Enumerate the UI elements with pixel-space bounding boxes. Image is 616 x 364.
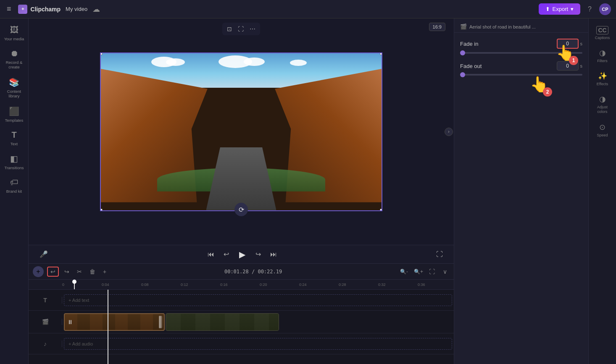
resize-handle-tl[interactable] xyxy=(100,52,103,55)
video-track-icon: 🎬 xyxy=(42,319,49,325)
far-right-panel: CC Captions ◑ Filters ✨ Effects ◑ Adjust… xyxy=(588,18,616,364)
video-clip-2[interactable] xyxy=(166,313,279,331)
fade-in-slider-thumb[interactable] xyxy=(460,50,465,55)
more-options-button[interactable]: ⋯ xyxy=(247,24,258,34)
fade-out-unit: s xyxy=(580,63,583,68)
fade-in-input-wrap: s xyxy=(557,39,583,49)
sync-icon-btn[interactable]: ⟳ xyxy=(234,203,248,216)
help-button[interactable]: ? xyxy=(585,4,594,15)
fade-out-input-wrap: s xyxy=(557,61,583,71)
cloud-sync-icon: ☁ xyxy=(92,5,100,14)
fade-section: Fade in s Fade out s xyxy=(454,33,588,364)
undo-button[interactable]: ↩ xyxy=(47,267,59,277)
video-title[interactable]: My video xyxy=(66,6,87,12)
fast-forward-button[interactable]: ↪ xyxy=(253,249,263,260)
cut-button[interactable]: ✂ xyxy=(75,267,84,276)
cloud-2 xyxy=(166,58,185,66)
text-track-icon: T xyxy=(43,297,47,304)
collapse-right-panel[interactable]: › xyxy=(445,128,453,136)
mic-off-button[interactable]: 🎤 xyxy=(37,249,50,260)
sidebar-item-your-media[interactable]: 🖼 Your media xyxy=(2,22,27,45)
panel-item-adjust-colors[interactable]: ◑ Adjustcolors xyxy=(590,91,615,118)
fade-in-slider-track[interactable] xyxy=(460,52,582,54)
fade-out-slider-track[interactable] xyxy=(460,74,582,76)
clip-title-row: 🎬 Aerial shot of road in beautiful ... xyxy=(460,24,582,30)
adjust-colors-icon: ◑ xyxy=(599,94,606,104)
panel-item-effects[interactable]: ✨ Effects xyxy=(590,68,615,89)
video-track: 🎬 ⏸ xyxy=(29,311,454,333)
sidebar-item-label: Brand kit xyxy=(6,189,22,194)
sidebar-item-record[interactable]: ⏺ Record &create xyxy=(2,45,27,73)
clip-1-pause-button[interactable]: ⏸ xyxy=(67,319,73,325)
resize-tool-button[interactable]: ⊡ xyxy=(225,24,234,34)
sidebar-item-templates[interactable]: ⬛ Templates xyxy=(2,103,27,126)
timeline-time: 00:01.28 / 00:22.19 xyxy=(112,269,395,275)
logo-icon: ✦ xyxy=(18,5,27,14)
screen-size-button[interactable]: ⛶ xyxy=(236,24,246,34)
fade-out-input[interactable] xyxy=(557,61,579,71)
add-to-timeline-button[interactable]: + xyxy=(101,267,108,276)
fit-timeline-button[interactable]: ⛶ xyxy=(427,267,437,276)
avatar[interactable]: CP xyxy=(599,3,611,15)
transitions-icon: ◧ xyxy=(10,154,18,164)
audio-track-icon: ♪ xyxy=(44,340,47,347)
sidebar-item-content-library[interactable]: 📚 Contentlibrary xyxy=(2,74,27,102)
add-audio-button[interactable]: + Add audio xyxy=(64,338,452,350)
skip-to-end-button[interactable]: ⏭ xyxy=(268,249,279,260)
speed-icon: ⊙ xyxy=(599,123,605,132)
zoom-out-button[interactable]: 🔍- xyxy=(398,267,410,276)
timeline-toolbar: + ↩ ↪ ✂ 🗑 + 00:01.28 / 00:22.19 🔍- 🔍+ ⛶ … xyxy=(29,264,454,280)
audio-track-content: + Add audio xyxy=(62,333,454,354)
resize-handle-br[interactable] xyxy=(380,209,382,211)
clip-title-icon: 🎬 xyxy=(460,24,467,30)
skip-to-start-button[interactable]: ⏮ xyxy=(205,249,217,260)
audio-track-label: ♪ xyxy=(29,340,62,347)
delete-button[interactable]: 🗑 xyxy=(87,267,97,276)
clip-1-right-handle[interactable] xyxy=(159,316,161,328)
playback-center: ⏮ ↩ ▶ ↪ ⏭ xyxy=(205,248,279,261)
sidebar-item-label: Text xyxy=(11,141,18,146)
tick-20: 0:20 xyxy=(260,283,267,287)
panel-item-speed[interactable]: ⊙ Speed xyxy=(590,119,615,141)
captions-icon: CC xyxy=(596,26,608,34)
rewind-button[interactable]: ↩ xyxy=(221,249,232,260)
panel-item-filters[interactable]: ◑ Filters xyxy=(590,45,615,66)
video-clip-1[interactable]: ⏸ xyxy=(64,313,165,331)
main-area: 🖼 Your media ⏺ Record &create 📚 Contentl… xyxy=(0,18,616,364)
hamburger-menu[interactable]: ≡ xyxy=(5,3,13,15)
playhead-head xyxy=(72,280,76,284)
playback-right: ⛶ xyxy=(434,249,445,260)
sidebar-item-text[interactable]: T Text xyxy=(2,127,27,149)
add-clip-button[interactable]: + xyxy=(33,266,44,277)
clip-1-thumbnail xyxy=(65,314,164,330)
export-button[interactable]: ⬆ Export ▾ xyxy=(539,3,581,15)
add-text-button[interactable]: + Add text xyxy=(64,294,452,306)
sidebar-item-transitions[interactable]: ◧ Transitions xyxy=(2,150,27,173)
panel-item-label: Adjustcolors xyxy=(597,105,608,114)
video-track-label: 🎬 xyxy=(29,319,62,325)
zoom-in-button[interactable]: 🔍+ xyxy=(412,267,425,276)
playhead-ruler xyxy=(74,280,75,289)
effects-icon: ✨ xyxy=(598,71,607,81)
fade-in-input[interactable] xyxy=(557,39,579,49)
sidebar-item-label: Transitions xyxy=(4,165,24,170)
playback-left: 🎤 xyxy=(37,249,50,260)
panel-item-captions[interactable]: CC Captions xyxy=(590,23,615,43)
fade-out-slider-thumb[interactable] xyxy=(460,72,465,77)
resize-handle-bl[interactable] xyxy=(100,209,103,211)
video-track-content: ⏸ xyxy=(62,311,454,333)
fade-out-row: Fade out s xyxy=(460,61,582,76)
play-pause-button[interactable]: ▶ xyxy=(236,248,249,261)
text-track: T + Add text xyxy=(29,290,454,311)
your-media-icon: 🖼 xyxy=(10,25,18,35)
resize-handle-tr[interactable] xyxy=(380,52,382,55)
road-area xyxy=(206,147,276,210)
tick-12: 0:12 xyxy=(181,283,188,287)
sidebar-item-brand-kit[interactable]: 🏷 Brand kit xyxy=(2,174,27,197)
aspect-ratio-badge: 16:9 xyxy=(429,23,445,31)
redo-button[interactable]: ↪ xyxy=(62,267,71,276)
fullscreen-button[interactable]: ⛶ xyxy=(434,249,445,260)
collapse-timeline-button[interactable]: ∨ xyxy=(440,268,450,275)
brand-kit-icon: 🏷 xyxy=(10,178,18,187)
left-sidebar: 🖼 Your media ⏺ Record &create 📚 Contentl… xyxy=(0,18,29,364)
